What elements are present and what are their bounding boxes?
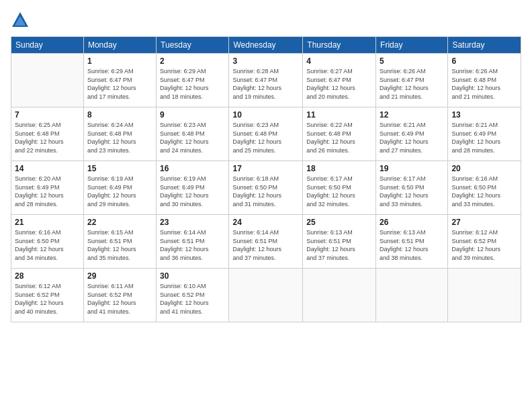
sunrise-text: Sunrise: 6:21 AM [380, 121, 444, 130]
daylight-text: Daylight: 12 hours [160, 245, 225, 254]
day-number: 10 [232, 110, 299, 120]
day-info: Sunrise: 6:14 AMSunset: 6:51 PMDaylight:… [232, 228, 299, 262]
calendar-cell: 28Sunrise: 6:12 AMSunset: 6:52 PMDayligh… [11, 269, 84, 322]
sunset-text: Sunset: 6:49 PM [380, 130, 444, 138]
calendar-cell: 18Sunrise: 6:17 AMSunset: 6:50 PMDayligh… [303, 161, 376, 215]
daylight-text-2: and 32 minutes. [306, 200, 372, 209]
daylight-text: Daylight: 12 hours [160, 138, 225, 146]
calendar-cell [303, 269, 376, 322]
daylight-text-2: and 22 minutes. [15, 146, 80, 155]
calendar-cell: 5Sunrise: 6:26 AMSunset: 6:47 PMDaylight… [376, 54, 448, 107]
day-number: 8 [87, 110, 152, 120]
day-number: 16 [160, 164, 225, 173]
day-number: 17 [232, 164, 299, 173]
calendar-cell: 30Sunrise: 6:10 AMSunset: 6:52 PMDayligh… [157, 269, 229, 322]
calendar-cell: 20Sunrise: 6:16 AMSunset: 6:50 PMDayligh… [448, 161, 521, 215]
daylight-text: Daylight: 12 hours [232, 138, 299, 146]
calendar-cell: 26Sunrise: 6:13 AMSunset: 6:51 PMDayligh… [376, 215, 448, 269]
daylight-text-2: and 19 minutes. [232, 93, 299, 101]
sunset-text: Sunset: 6:51 PM [232, 237, 299, 246]
sunset-text: Sunset: 6:50 PM [451, 183, 517, 192]
sunrise-text: Sunrise: 6:14 AM [160, 228, 225, 237]
sunset-text: Sunset: 6:52 PM [87, 291, 152, 300]
day-number: 15 [87, 164, 152, 173]
sunset-text: Sunset: 6:50 PM [232, 183, 299, 192]
day-info: Sunrise: 6:26 AMSunset: 6:47 PMDaylight:… [380, 67, 444, 101]
sunset-text: Sunset: 6:51 PM [87, 237, 152, 246]
sunrise-text: Sunrise: 6:11 AM [87, 282, 152, 291]
daylight-text: Daylight: 12 hours [451, 84, 517, 93]
sunset-text: Sunset: 6:47 PM [87, 76, 152, 85]
sunset-text: Sunset: 6:47 PM [160, 76, 225, 85]
daylight-text-2: and 30 minutes. [160, 200, 225, 209]
day-info: Sunrise: 6:17 AMSunset: 6:50 PMDaylight:… [380, 175, 444, 208]
day-number: 1 [87, 56, 152, 66]
sunrise-text: Sunrise: 6:23 AM [232, 121, 299, 130]
calendar-cell: 13Sunrise: 6:21 AMSunset: 6:49 PMDayligh… [448, 107, 521, 161]
sunset-text: Sunset: 6:47 PM [380, 76, 444, 85]
daylight-text: Daylight: 12 hours [306, 245, 372, 254]
calendar-cell: 10Sunrise: 6:23 AMSunset: 6:48 PMDayligh… [229, 107, 303, 161]
sunrise-text: Sunrise: 6:23 AM [160, 121, 225, 130]
calendar-week-2: 7Sunrise: 6:25 AMSunset: 6:48 PMDaylight… [11, 107, 521, 161]
day-info: Sunrise: 6:14 AMSunset: 6:51 PMDaylight:… [160, 228, 225, 262]
daylight-text: Daylight: 12 hours [451, 191, 517, 200]
day-info: Sunrise: 6:11 AMSunset: 6:52 PMDaylight:… [87, 282, 152, 316]
daylight-text-2: and 21 minutes. [380, 93, 444, 101]
day-number: 9 [160, 110, 225, 120]
calendar: SundayMondayTuesdayWednesdayThursdayFrid… [11, 36, 521, 322]
sunrise-text: Sunrise: 6:29 AM [87, 67, 152, 76]
day-info: Sunrise: 6:15 AMSunset: 6:51 PMDaylight:… [87, 228, 152, 262]
day-number: 2 [160, 56, 225, 66]
day-number: 29 [87, 271, 152, 281]
sunrise-text: Sunrise: 6:19 AM [87, 175, 152, 183]
sunset-text: Sunset: 6:47 PM [232, 76, 299, 85]
day-number: 6 [451, 56, 517, 66]
sunset-text: Sunset: 6:47 PM [306, 76, 372, 85]
sunset-text: Sunset: 6:50 PM [15, 237, 80, 246]
day-info: Sunrise: 6:27 AMSunset: 6:47 PMDaylight:… [306, 67, 372, 101]
sunset-text: Sunset: 6:52 PM [160, 291, 225, 300]
daylight-text: Daylight: 12 hours [451, 245, 517, 254]
day-info: Sunrise: 6:29 AMSunset: 6:47 PMDaylight:… [160, 67, 225, 101]
daylight-text-2: and 21 minutes. [451, 93, 517, 101]
sunrise-text: Sunrise: 6:13 AM [306, 228, 372, 237]
calendar-header-friday: Friday [376, 37, 448, 54]
sunrise-text: Sunrise: 6:15 AM [87, 228, 152, 237]
calendar-cell: 11Sunrise: 6:22 AMSunset: 6:48 PMDayligh… [303, 107, 376, 161]
day-info: Sunrise: 6:10 AMSunset: 6:52 PMDaylight:… [160, 282, 225, 316]
day-number: 5 [380, 56, 444, 66]
day-info: Sunrise: 6:19 AMSunset: 6:49 PMDaylight:… [160, 175, 225, 208]
daylight-text: Daylight: 12 hours [15, 191, 80, 200]
sunset-text: Sunset: 6:48 PM [232, 130, 299, 138]
day-info: Sunrise: 6:13 AMSunset: 6:51 PMDaylight:… [380, 228, 444, 262]
daylight-text-2: and 39 minutes. [451, 254, 517, 263]
sunset-text: Sunset: 6:52 PM [451, 237, 517, 246]
daylight-text: Daylight: 12 hours [380, 138, 444, 146]
daylight-text-2: and 20 minutes. [306, 93, 372, 101]
day-info: Sunrise: 6:19 AMSunset: 6:49 PMDaylight:… [87, 175, 152, 208]
calendar-cell [229, 269, 303, 322]
day-number: 7 [15, 110, 80, 120]
daylight-text: Daylight: 12 hours [15, 138, 80, 146]
daylight-text-2: and 28 minutes. [15, 200, 80, 209]
day-number: 3 [232, 56, 299, 66]
calendar-header-sunday: Sunday [11, 37, 84, 54]
day-number: 13 [451, 110, 517, 120]
daylight-text: Daylight: 12 hours [15, 245, 80, 254]
calendar-cell: 15Sunrise: 6:19 AMSunset: 6:49 PMDayligh… [83, 161, 156, 215]
sunset-text: Sunset: 6:48 PM [451, 76, 517, 85]
day-info: Sunrise: 6:29 AMSunset: 6:47 PMDaylight:… [87, 67, 152, 101]
daylight-text-2: and 37 minutes. [232, 254, 299, 263]
daylight-text-2: and 41 minutes. [160, 308, 225, 316]
daylight-text-2: and 41 minutes. [87, 308, 152, 316]
sunset-text: Sunset: 6:48 PM [160, 130, 225, 138]
calendar-week-3: 14Sunrise: 6:20 AMSunset: 6:49 PMDayligh… [11, 161, 521, 215]
calendar-week-4: 21Sunrise: 6:16 AMSunset: 6:50 PMDayligh… [11, 215, 521, 269]
daylight-text: Daylight: 12 hours [306, 138, 372, 146]
daylight-text-2: and 18 minutes. [160, 93, 225, 101]
calendar-cell: 9Sunrise: 6:23 AMSunset: 6:48 PMDaylight… [157, 107, 229, 161]
daylight-text-2: and 27 minutes. [380, 146, 444, 155]
daylight-text: Daylight: 12 hours [15, 299, 80, 308]
calendar-cell: 23Sunrise: 6:14 AMSunset: 6:51 PMDayligh… [157, 215, 229, 269]
